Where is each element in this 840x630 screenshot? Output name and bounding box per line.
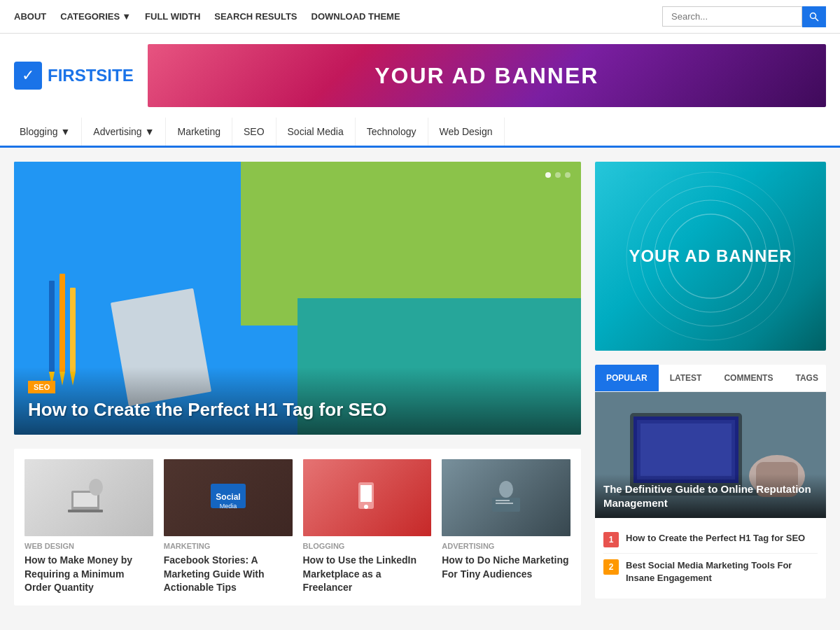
article-image-0 [24,459,153,536]
article-category-2: BLOGGING [303,542,432,550]
tab-latest[interactable]: LATEST [659,365,713,391]
nav-download-theme[interactable]: DOWNLOAD THEME [312,11,400,22]
article-category-1: MARKETING [164,542,293,550]
article-card-3: ADVERTISING How to Do Niche Marketing Fo… [442,459,570,595]
svg-point-18 [499,481,513,498]
article-title-0[interactable]: How to Make Money by Requiring a Minimum… [24,554,153,595]
svg-text:Media: Media [219,503,237,510]
popular-featured-overlay: The Definitive Guide to Online Reputatio… [595,474,826,518]
category-navigation: Blogging ▼ Advertising ▼ Marketing SEO S… [0,118,840,148]
search-bar [662,6,826,27]
sidebar: YOUR AD BANNER POPULAR LATEST COMMENTS T… [595,162,826,606]
nav-categories[interactable]: CATEGORIES ▼ [60,11,131,22]
cat-nav-social-media[interactable]: Social Media [276,118,356,146]
person-laptop-icon [68,477,110,519]
article-card-1: Social Media MARKETING Facebook Stories:… [164,459,293,595]
sidebar-ad-text: YOUR AD BANNER [629,246,792,266]
svg-point-17 [364,505,368,509]
article-image-1: Social Media [164,459,293,536]
svg-rect-21 [496,503,513,504]
search-input[interactable] [662,6,802,27]
slider-dot-2[interactable] [555,172,561,178]
svg-line-1 [816,18,819,21]
hero-category-badge: SEO [28,381,55,393]
chevron-down-icon: ▼ [61,126,71,137]
article-card-2: BLOGGING How to Use the LinkedIn Marketp… [303,459,432,595]
top-nav-links: ABOUT CATEGORIES ▼ FULL WIDTH SEARCH RES… [14,11,400,22]
cat-nav-seo[interactable]: SEO [232,118,276,146]
nav-search-results[interactable]: SEARCH RESULTS [214,11,297,22]
site-logo[interactable]: ✓ FIRSTSITE [14,62,134,90]
popular-item-0: 1 How to Create the Perfect H1 Tag for S… [603,526,818,554]
sidebar-ad-banner: YOUR AD BANNER [595,162,826,351]
person-writing-icon [485,477,527,519]
popular-featured-title[interactable]: The Definitive Guide to Online Reputatio… [603,482,818,510]
cat-nav-technology[interactable]: Technology [356,118,428,146]
article-category-3: ADVERTISING [442,542,570,550]
article-category-0: WEB DESIGN [24,542,153,550]
popular-featured: The Definitive Guide to Online Reputatio… [595,392,826,518]
slider-dot-1[interactable] [545,172,551,178]
top-navigation: ABOUT CATEGORIES ▼ FULL WIDTH SEARCH RES… [0,0,840,34]
article-title-1[interactable]: Facebook Stories: A Marketing Guide With… [164,554,293,595]
popular-title-1[interactable]: Best Social Media Marketing Tools For In… [626,559,818,584]
cat-nav-advertising[interactable]: Advertising ▼ [82,118,166,146]
cat-nav-blogging[interactable]: Blogging ▼ [14,118,82,146]
header-ad-banner-text: YOUR AD BANNER [374,63,598,89]
logo-text: FIRSTSITE [48,66,134,85]
svg-rect-4 [59,274,65,372]
svg-point-10 [89,479,103,496]
hero-slider[interactable]: SEO How to Create the Perfect H1 Tag for… [14,162,581,435]
search-button[interactable] [802,6,826,27]
svg-rect-30 [640,424,732,476]
svg-rect-11 [68,510,103,512]
nav-full-width[interactable]: FULL WIDTH [145,11,200,22]
tab-tags[interactable]: TAGS [784,365,826,391]
social-media-icon: Social Media [207,477,249,519]
slider-dot-3[interactable] [565,172,570,178]
svg-rect-16 [360,485,372,502]
site-header: ✓ FIRSTSITE YOUR AD BANNER [0,34,840,118]
hero-content: SEO How to Create the Perfect H1 Tag for… [14,367,581,435]
cat-nav-web-design[interactable]: Web Design [428,118,505,146]
cat-nav-marketing[interactable]: Marketing [166,118,232,146]
phone-hand-icon [346,477,388,519]
checkmark-icon: ✓ [22,66,34,85]
chevron-down-icon: ▼ [145,126,155,137]
slider-dots [545,172,570,178]
hero-image: SEO How to Create the Perfect H1 Tag for… [14,162,581,435]
search-icon [809,12,819,22]
article-title-3[interactable]: How to Do Niche Marketing For Tiny Audie… [442,554,570,581]
tabs-header: POPULAR LATEST COMMENTS TAGS [595,365,826,392]
main-wrapper: SEO How to Create the Perfect H1 Tag for… [0,148,840,620]
popular-item-1: 2 Best Social Media Marketing Tools For … [603,554,818,590]
header-ad-banner: YOUR AD BANNER [148,44,826,107]
popular-title-0[interactable]: How to Create the Perfect H1 Tag for SEO [626,532,805,545]
article-card-0: WEB DESIGN How to Make Money by Requirin… [24,459,153,595]
svg-rect-20 [496,500,510,501]
article-grid: WEB DESIGN How to Make Money by Requirin… [14,449,581,606]
svg-text:Social: Social [216,492,240,502]
chevron-down-icon: ▼ [122,11,131,22]
popular-list: 1 How to Create the Perfect H1 Tag for S… [595,518,826,598]
hero-title: How to Create the Perfect H1 Tag for SEO [28,399,567,421]
tab-popular[interactable]: POPULAR [595,365,659,391]
popular-featured-image: The Definitive Guide to Online Reputatio… [595,392,826,518]
article-image-2 [303,459,432,536]
sidebar-tabs-widget: POPULAR LATEST COMMENTS TAGS [595,365,826,598]
popular-rank-1: 1 [603,532,619,547]
article-title-2[interactable]: How to Use the LinkedIn Marketplace as a… [303,554,432,595]
article-image-3 [442,459,570,536]
content-area: SEO How to Create the Perfect H1 Tag for… [14,162,581,606]
svg-rect-2 [49,281,55,372]
svg-point-0 [811,13,816,18]
nav-about[interactable]: ABOUT [14,11,46,22]
tab-comments[interactable]: COMMENTS [713,365,784,391]
popular-rank-2: 2 [603,559,619,575]
logo-icon: ✓ [14,62,42,90]
svg-rect-6 [70,288,76,372]
